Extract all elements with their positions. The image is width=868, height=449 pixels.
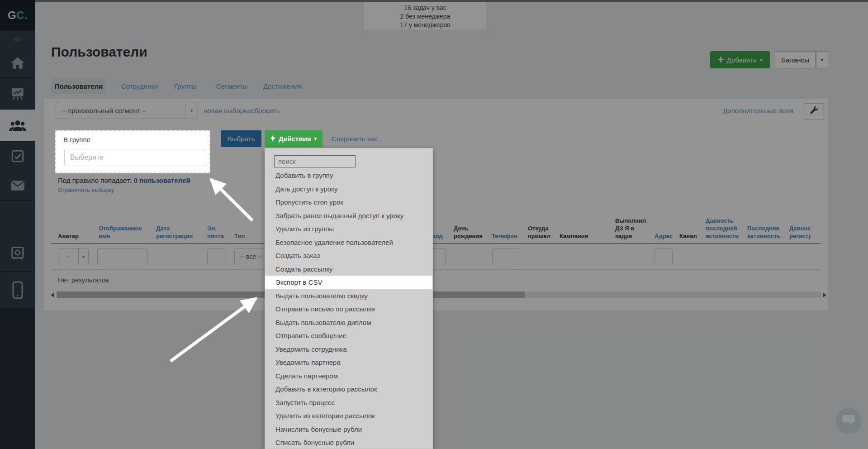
screen: GC.	[0, 0, 868, 449]
tutorial-dim-overlay	[0, 0, 868, 449]
actions-dropdown-menu: Добавить в группу Дать доступ к уроку Пр…	[265, 148, 433, 449]
menu-dim-overlay	[265, 148, 432, 449]
group-filter-input[interactable]	[64, 149, 206, 166]
actions-button[interactable]: Действия ▾	[265, 130, 323, 147]
group-filter-label: В группе	[63, 136, 90, 143]
lightning-icon	[270, 134, 275, 143]
caret-down-icon: ▾	[314, 136, 317, 141]
actions-button-label: Действия	[279, 135, 311, 143]
group-filter-spotlight: В группе	[55, 130, 210, 173]
menu-item-export-csv[interactable]: Экспорт в CSV	[265, 276, 432, 289]
